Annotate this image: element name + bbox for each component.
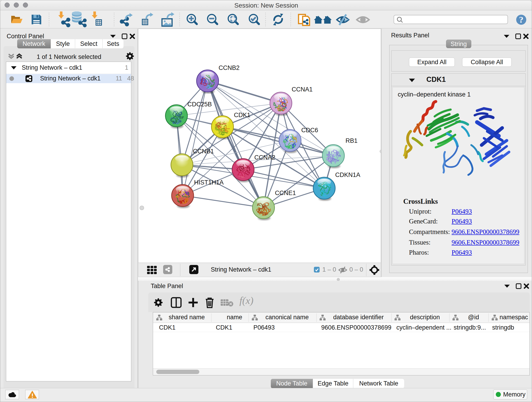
svg-text:CCNB1: CCNB1 — [193, 148, 214, 155]
svg-text:CCNA2: CCNA2 — [254, 154, 275, 161]
svg-text:RB1: RB1 — [346, 137, 358, 144]
svg-text:CCNB2: CCNB2 — [219, 64, 240, 71]
svg-text:CDK1: CDK1 — [234, 112, 250, 119]
svg-text:CCNE1: CCNE1 — [275, 190, 296, 196]
svg-text:?: ? — [519, 15, 524, 25]
svg-text:CCNA1: CCNA1 — [292, 86, 313, 93]
svg-text:CDC25B: CDC25B — [187, 101, 212, 108]
svg-text:CDKN1A: CDKN1A — [335, 172, 360, 178]
svg-text:CDC6: CDC6 — [301, 127, 318, 134]
svg-text:HIST1H1A: HIST1H1A — [194, 179, 224, 186]
